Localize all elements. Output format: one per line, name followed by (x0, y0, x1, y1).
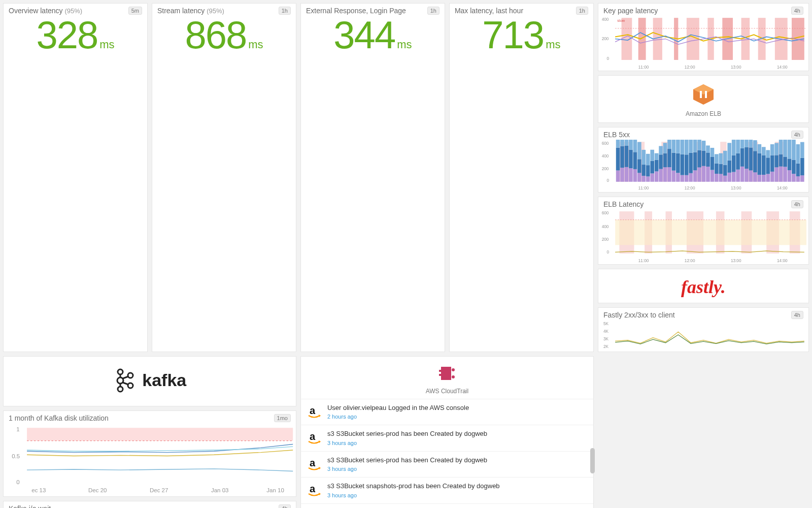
scroll-indicator[interactable] (590, 448, 595, 473)
svg-rect-59 (650, 173, 654, 181)
chart-key-page-latency[interactable]: Key page latency4h slow 4002000 11:0012:… (598, 3, 809, 71)
aws-feed-item[interactable]: aUser olivier.vielpeau Logged in the AWS… (301, 399, 593, 425)
svg-rect-122 (740, 167, 745, 182)
svg-rect-70 (663, 143, 667, 153)
chart-elb-5xx[interactable]: ELB 5xx4h 6004002000 11:0012:0013:0014:0… (598, 127, 809, 193)
svg-point-197 (128, 383, 133, 388)
stat-card-stream-latency[interactable]: Stream latency (95%)1h 868ms (152, 3, 296, 352)
svg-rect-146 (774, 167, 779, 181)
svg-rect-139 (762, 147, 766, 155)
chart-kafka-disk[interactable]: 1 month of Kafka disk utilization1mo 10.… (3, 410, 296, 497)
svg-rect-98 (706, 167, 710, 182)
feed-aws-cloudtrail[interactable]: AWS CloudTrail aUser olivier.vielpeau Lo… (300, 356, 594, 508)
svg-rect-166 (800, 142, 804, 157)
svg-rect-154 (783, 140, 787, 156)
stat-card-max-latency[interactable]: Max latency, last hour1h 713ms (449, 3, 594, 352)
svg-rect-39 (620, 146, 624, 168)
svg-text:14:00: 14:00 (777, 259, 788, 263)
svg-rect-37 (616, 140, 620, 148)
svg-point-194 (117, 377, 123, 384)
svg-rect-47 (633, 169, 637, 182)
svg-rect-153 (783, 156, 787, 167)
svg-rect-159 (792, 160, 796, 174)
svg-rect-61 (650, 149, 654, 161)
svg-rect-117 (732, 155, 736, 172)
stat-card-overview-latency[interactable]: Overview latency (95%)5m 328ms (3, 3, 148, 352)
feed-text: s3 S3Bucket series-prod has been Created… (327, 456, 487, 464)
svg-rect-113 (727, 173, 731, 182)
svg-rect-76 (671, 140, 675, 153)
svg-rect-114 (727, 160, 731, 172)
svg-rect-162 (796, 163, 800, 176)
svg-rect-149 (779, 166, 783, 181)
svg-text:0: 0 (606, 250, 609, 255)
svg-text:2K: 2K (603, 344, 609, 348)
svg-rect-53 (641, 176, 646, 182)
svg-rect-144 (770, 155, 774, 171)
svg-rect-68 (663, 167, 667, 181)
svg-text:400: 400 (602, 153, 609, 158)
svg-rect-69 (663, 153, 667, 167)
amazon-icon: a (306, 403, 322, 420)
svg-text:600: 600 (602, 211, 609, 215)
svg-text:13:00: 13:00 (731, 185, 741, 190)
svg-rect-60 (650, 161, 654, 173)
svg-rect-79 (676, 140, 680, 153)
svg-rect-99 (706, 152, 710, 167)
svg-text:12:00: 12:00 (685, 185, 695, 190)
svg-rect-110 (723, 175, 727, 181)
svg-text:1: 1 (16, 426, 19, 432)
svg-text:a: a (310, 483, 316, 494)
aws-feed-item[interactable]: as3 S3Bucket series-prod has been Create… (301, 425, 593, 451)
svg-rect-115 (727, 143, 731, 160)
svg-rect-124 (740, 140, 745, 148)
svg-rect-111 (723, 165, 727, 175)
svg-rect-54 (641, 165, 646, 176)
svg-text:0: 0 (606, 56, 609, 61)
svg-rect-89 (693, 170, 697, 181)
logo-card-amazon-elb: Amazon ELB (598, 75, 809, 123)
svg-text:12:00: 12:00 (685, 259, 695, 263)
svg-rect-138 (762, 155, 766, 175)
svg-rect-141 (766, 157, 770, 174)
svg-rect-49 (633, 140, 637, 152)
aws-feed-item[interactable]: as3 S3Bucket series-prod has been Create… (301, 503, 593, 509)
svg-rect-148 (774, 143, 779, 155)
svg-rect-126 (745, 147, 749, 169)
amazon-elb-icon (691, 83, 716, 106)
feed-text: s3 S3Bucket series-prod has been Created… (327, 430, 487, 437)
chart-elb-latency[interactable]: ELB Latency4h 6004002000 11:0012:0013:00… (598, 197, 809, 265)
svg-rect-23 (705, 91, 707, 98)
kafka-disk-svg: 10.50 ec 13Dec 20Dec 27Jan 03Jan 10 (4, 423, 296, 496)
svg-rect-82 (680, 140, 684, 154)
svg-rect-43 (625, 140, 629, 146)
aws-feed-item[interactable]: as3 S3Bucket snapshots-prod has been Cre… (301, 477, 593, 503)
svg-rect-48 (633, 152, 637, 169)
svg-rect-46 (629, 140, 633, 150)
svg-text:4K: 4K (603, 329, 609, 334)
feed-time: 3 hours ago (327, 492, 588, 499)
aws-cloudtrail-icon (436, 363, 458, 383)
feed-time: 3 hours ago (327, 439, 588, 447)
svg-rect-67 (659, 146, 663, 154)
svg-point-426 (452, 375, 455, 378)
aws-feed-item[interactable]: as3 S3Bucket series-prod has been Create… (301, 451, 593, 477)
svg-rect-66 (659, 154, 663, 169)
svg-text:ec 13: ec 13 (31, 487, 46, 493)
svg-rect-85 (685, 140, 689, 154)
svg-rect-140 (766, 174, 770, 181)
svg-rect-44 (629, 168, 633, 182)
kafka-icon (113, 368, 137, 393)
svg-rect-137 (762, 175, 766, 182)
svg-rect-90 (693, 152, 697, 170)
svg-rect-108 (719, 164, 723, 174)
time-pill[interactable]: 5m (128, 7, 142, 15)
svg-text:400: 400 (602, 17, 609, 22)
chart-fastly-2xx-3xx[interactable]: Fastly 2xx/3xx to client4h 5K4K3K2K (598, 307, 809, 352)
chart-kafka-io-wait[interactable]: Kafka i/o wait4h 3020100 11:0012:0013:00… (3, 501, 296, 508)
svg-rect-83 (685, 175, 689, 181)
svg-rect-152 (783, 167, 787, 181)
svg-rect-163 (796, 144, 800, 164)
stat-card-external-response[interactable]: External Response, Login Page1h 344ms (300, 3, 445, 352)
svg-rect-88 (689, 140, 693, 153)
